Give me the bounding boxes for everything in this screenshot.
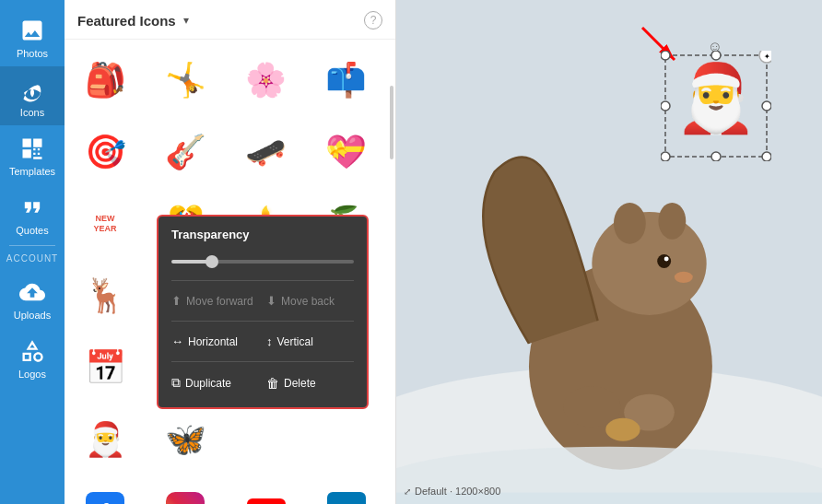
svg-point-20	[762, 101, 771, 111]
popup-divider-3	[171, 361, 354, 362]
duplicate-icon: ⧉	[171, 375, 181, 391]
svg-point-23	[661, 152, 670, 161]
transparency-slider[interactable]	[171, 260, 354, 264]
svg-point-11	[605, 418, 640, 441]
svg-point-8	[675, 272, 693, 283]
uploads-label: Uploads	[14, 310, 51, 321]
sidebar-item-logos[interactable]: Logos	[0, 328, 65, 387]
canvas-background: ✦ ☺ 🎅 ☺	[396, 0, 822, 504]
list-item[interactable]: 🌸	[233, 47, 299, 113]
main-panel: Featured Icons ▾ ? 🎒 🤸 🌸 📫 🎯 🎸 🛹 💝 NEWYE…	[65, 0, 822, 504]
horizontal-icon: ↔	[171, 334, 183, 348]
move-forward-button[interactable]: ⬆ Move forward	[171, 294, 259, 308]
canvas-area[interactable]: ✦ ☺ 🎅 ☺ ⤢ Default · 1200×800	[396, 0, 822, 504]
canvas-status-text: Default · 1200×800	[415, 486, 500, 497]
svg-point-4	[614, 203, 646, 244]
list-item[interactable]: NEWYEAR	[72, 191, 138, 257]
facebook-icon: f	[86, 492, 124, 504]
popup-title: Transparency	[171, 228, 354, 241]
newyear-text-icon: NEWYEAR	[93, 214, 116, 234]
canvas-status-bar: ⤢ Default · 1200×800	[404, 486, 500, 497]
svg-point-21	[762, 152, 771, 161]
logos-icon	[17, 337, 48, 365]
popup-divider-2	[171, 321, 354, 322]
svg-point-22	[711, 152, 721, 161]
list-item[interactable]: YouTube	[233, 478, 299, 504]
vertical-icon: ↕	[266, 334, 273, 348]
delete-button[interactable]: 🗑 Delete	[266, 375, 354, 391]
list-item[interactable]: 📅	[72, 334, 138, 401]
chevron-down-icon[interactable]: ▾	[183, 14, 189, 27]
edit-actions-row: ⧉ Duplicate 🗑 Delete	[171, 369, 354, 396]
sidebar-account-label: ACCOUNT	[0, 248, 65, 269]
svg-point-3	[592, 212, 706, 315]
list-item[interactable]: 🎒	[72, 47, 138, 113]
instagram-icon: 📷	[166, 492, 205, 504]
santa-hat-icon: 🎅	[675, 64, 757, 131]
rotate-handle[interactable]: ☺	[708, 39, 722, 55]
transparency-popup: Transparency ⬆ Move forward ⬇ Move back	[157, 215, 369, 409]
popup-divider-1	[171, 280, 354, 281]
icons-icon	[17, 76, 48, 103]
scrollbar[interactable]	[390, 86, 393, 159]
svg-point-17	[661, 51, 670, 60]
move-back-icon: ⬇	[266, 294, 276, 308]
icon-grid: 🎒 🤸 🌸 📫 🎯 🎸 🛹 💝 NEWYEAR 🎊 🕯️ 🍒 🦌 🎄 🕯️ 📅	[65, 40, 395, 504]
panel-title: Featured Icons	[77, 13, 176, 29]
list-item[interactable]: 🦌	[72, 263, 138, 329]
horizontal-flip-button[interactable]: ↔ Horizontal	[171, 334, 259, 348]
svg-point-5	[658, 203, 686, 240]
photos-label: Photos	[17, 48, 48, 59]
list-item[interactable]: 🎸	[152, 119, 218, 185]
move-back-button[interactable]: ⬇ Move back	[266, 294, 354, 308]
santa-hat-selected[interactable]: ✦ ☺ 🎅	[661, 51, 771, 165]
sidebar-item-photos[interactable]: Photos	[0, 7, 65, 66]
quotes-label: Quotes	[16, 225, 48, 236]
sidebar-item-quotes[interactable]: Quotes	[0, 184, 65, 243]
photos-icon	[17, 17, 48, 44]
sidebar-item-uploads[interactable]: Uploads	[0, 269, 65, 328]
panel-header: Featured Icons ▾ ?	[65, 0, 395, 40]
list-item[interactable]	[313, 406, 380, 473]
svg-text:✦: ✦	[764, 53, 770, 61]
sidebar-item-icons[interactable]: Icons	[0, 66, 65, 125]
flip-actions-row: ↔ Horizontal ↕ Vertical	[171, 329, 354, 354]
resize-icon: ⤢	[404, 486, 411, 497]
vertical-flip-button[interactable]: ↕ Vertical	[266, 334, 354, 348]
list-item[interactable]: 🛹	[233, 119, 299, 185]
icon-panel: Featured Icons ▾ ? 🎒 🤸 🌸 📫 🎯 🎸 🛹 💝 NEWYE…	[65, 0, 396, 504]
list-item[interactable]: in	[313, 478, 380, 504]
youtube-icon: YouTube	[247, 498, 286, 504]
transparency-slider-container	[171, 251, 354, 267]
templates-icon	[17, 135, 48, 162]
svg-point-7	[664, 256, 669, 261]
svg-point-6	[657, 254, 671, 268]
move-forward-icon: ⬆	[171, 294, 182, 308]
list-item[interactable]: 💝	[313, 119, 380, 185]
list-item[interactable]: 🎯	[72, 119, 138, 185]
sidebar-item-templates[interactable]: Templates	[0, 125, 65, 184]
linkedin-icon: in	[327, 492, 366, 504]
list-item[interactable]: 🤸	[152, 47, 218, 113]
logos-label: Logos	[18, 369, 46, 380]
list-item[interactable]: 📷	[152, 478, 218, 504]
uploads-icon	[17, 278, 48, 306]
svg-point-24	[661, 101, 670, 111]
list-item[interactable]: 📫	[313, 47, 380, 113]
list-item[interactable]: 🦋	[152, 406, 218, 473]
move-actions-row: ⬆ Move forward ⬇ Move back	[171, 288, 354, 313]
sidebar-divider	[9, 245, 55, 246]
icons-label: Icons	[20, 107, 44, 118]
duplicate-button[interactable]: ⧉ Duplicate	[171, 375, 259, 391]
delete-icon: 🗑	[266, 376, 279, 391]
list-item[interactable]: 🎅	[72, 406, 138, 473]
quotes-icon	[17, 193, 48, 221]
sidebar: Photos Icons Templates Quotes ACCOUNT	[0, 0, 65, 504]
templates-label: Templates	[9, 166, 55, 177]
list-item[interactable]: f	[72, 478, 138, 504]
help-icon[interactable]: ?	[364, 11, 382, 29]
list-item[interactable]	[233, 406, 299, 473]
